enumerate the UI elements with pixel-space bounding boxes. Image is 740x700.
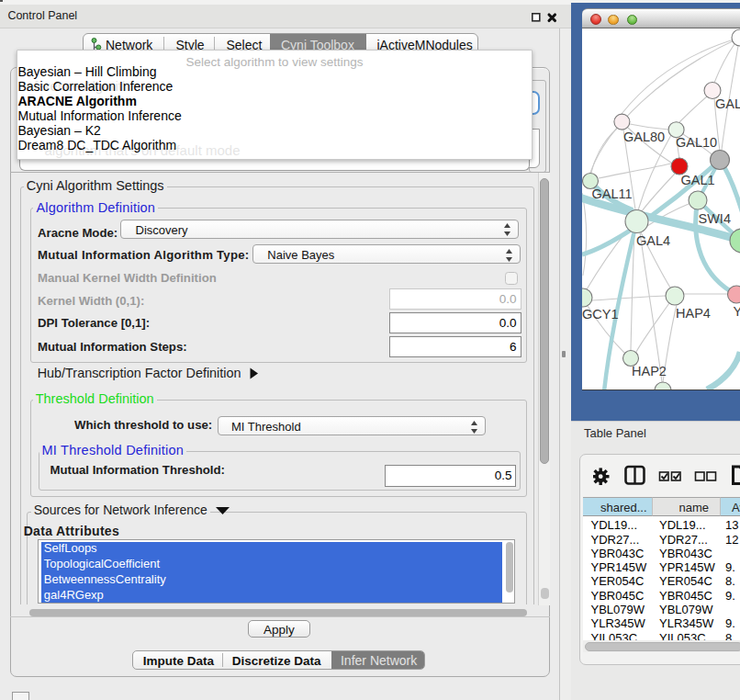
- svg-text:GAL4: GAL4: [636, 233, 670, 248]
- svg-text:GAL1: GAL1: [681, 173, 715, 187]
- svg-text:GAL7: GAL7: [715, 96, 740, 111]
- svg-text:HAP4: HAP4: [676, 306, 711, 321]
- svg-text:YD: YD: [734, 304, 740, 319]
- svg-text:GAL80: GAL80: [623, 130, 665, 144]
- svg-text:SWI4: SWI4: [699, 211, 731, 226]
- svg-text:GAL11: GAL11: [592, 186, 633, 201]
- svg-text:GAL10: GAL10: [676, 135, 717, 150]
- svg-text:GCY1: GCY1: [582, 307, 619, 322]
- svg-text:HAP2: HAP2: [632, 364, 667, 378]
